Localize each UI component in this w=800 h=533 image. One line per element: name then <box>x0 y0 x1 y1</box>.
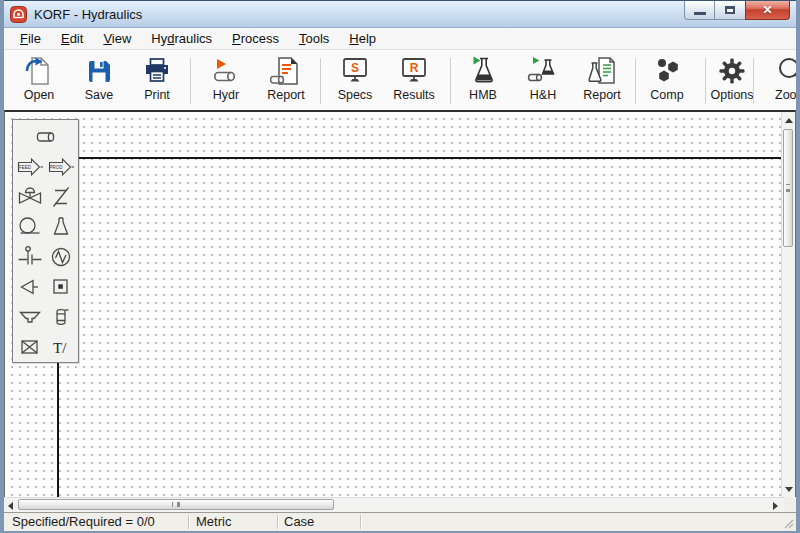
menu-edit[interactable]: Edit <box>51 29 93 48</box>
toolbar-separator <box>320 58 321 104</box>
vertical-scrollbar[interactable] <box>781 112 795 497</box>
hopper-icon <box>16 304 44 330</box>
hmb-button[interactable]: HMB <box>456 55 510 107</box>
save-button[interactable]: Save <box>72 55 126 107</box>
hmb-report-icon <box>586 55 618 87</box>
horizontal-scroll-thumb[interactable] <box>18 499 334 510</box>
page-boundary-vertical <box>57 363 59 497</box>
vessel-icon <box>47 304 75 330</box>
hopper-tool[interactable] <box>15 303 45 331</box>
scroll-right-icon[interactable] <box>773 502 778 510</box>
minimize-button[interactable] <box>684 1 715 20</box>
exchanger-tool[interactable] <box>15 333 45 361</box>
letdown-zigzag-icon <box>47 184 75 210</box>
nozzle-icon <box>16 274 44 300</box>
instrument-meter-icon <box>47 244 75 270</box>
svg-text:FEED: FEED <box>19 164 31 170</box>
maximize-icon <box>725 6 735 14</box>
comp-components-icon <box>651 55 683 87</box>
hydr-button[interactable]: Hydr <box>199 55 253 107</box>
resize-grip-icon[interactable] <box>783 518 795 530</box>
cyclone-icon <box>47 214 75 240</box>
flowsheet-canvas[interactable]: FEED PROD <box>4 110 796 497</box>
specs-monitor-icon: S <box>339 55 371 87</box>
statusbar: Specified/Required = 0/0 Metric Case <box>4 512 796 531</box>
open-icon <box>23 55 55 87</box>
status-case: Case <box>284 513 314 531</box>
scroll-left-icon[interactable] <box>8 502 13 510</box>
vertical-scroll-thumb[interactable] <box>783 129 793 247</box>
toolbar-separator <box>635 58 636 104</box>
hydr-report-button[interactable]: Report <box>257 55 315 107</box>
open-label: Open <box>12 88 66 102</box>
menu-help[interactable]: Help <box>339 29 386 48</box>
gear-icon <box>716 55 748 87</box>
toolbar: Open Save Print <box>4 50 796 110</box>
app-window: KORF - Hydraulics ✕ File Edit View Hydra… <box>0 0 800 533</box>
nozzle-tool[interactable] <box>15 273 45 301</box>
results-label: Results <box>385 88 443 102</box>
hydr-label: Hydr <box>199 88 253 102</box>
control-valve-icon <box>16 184 44 210</box>
block-tool[interactable] <box>46 273 76 301</box>
hh-label: H&H <box>516 88 570 102</box>
control-valve-tool[interactable] <box>15 183 45 211</box>
scroll-up-icon[interactable] <box>785 118 793 123</box>
orifice-icon <box>16 244 44 270</box>
horizontal-scrollbar[interactable] <box>4 497 784 512</box>
text-tool-icon: T/ <box>47 334 75 360</box>
comp-button[interactable]: Comp <box>639 55 695 107</box>
maximize-button[interactable] <box>715 1 745 20</box>
specs-button[interactable]: S Specs <box>328 55 382 107</box>
text-tool[interactable]: T/ <box>46 333 76 361</box>
hydr-report-label: Report <box>257 88 315 102</box>
svg-text:R: R <box>410 61 419 75</box>
status-separator <box>188 515 189 529</box>
menu-file[interactable]: File <box>10 29 51 48</box>
menu-tools[interactable]: Tools <box>289 29 339 48</box>
open-button[interactable]: Open <box>12 55 66 107</box>
hh-button[interactable]: H&H <box>516 55 570 107</box>
svg-text:S: S <box>351 61 359 75</box>
orifice-tool[interactable] <box>15 243 45 271</box>
feed-tool[interactable]: FEED <box>15 153 45 181</box>
menu-view[interactable]: View <box>93 29 141 48</box>
titlebar[interactable]: KORF - Hydraulics ✕ <box>4 0 796 28</box>
vessel-tool[interactable] <box>46 303 76 331</box>
hmb-report-button[interactable]: Report <box>573 55 631 107</box>
crossed-box-icon <box>16 334 44 360</box>
pipe-icon <box>32 124 60 150</box>
menu-process[interactable]: Process <box>222 29 289 48</box>
hh-flask-pipe-icon <box>527 55 559 87</box>
toolbar-separator <box>190 58 191 104</box>
results-monitor-icon: R <box>398 55 430 87</box>
pipe-tool[interactable] <box>31 123 61 151</box>
hmb-flask-icon <box>467 55 499 87</box>
results-button[interactable]: R Results <box>385 55 443 107</box>
print-label: Print <box>130 88 184 102</box>
page-boundary-horizontal <box>79 157 784 159</box>
product-tool[interactable]: PROD <box>46 153 76 181</box>
menu-hydraulics[interactable]: Hydraulics <box>141 29 222 48</box>
hydr-report-icon <box>270 55 302 87</box>
zoom-button[interactable]: Zoom <box>762 55 800 107</box>
zoom-label: Zoom <box>762 88 800 102</box>
cyclone-tool[interactable] <box>46 213 76 241</box>
app-icon <box>10 6 27 23</box>
pump-tool[interactable] <box>15 213 45 241</box>
save-label: Save <box>72 88 126 102</box>
close-icon: ✕ <box>762 3 772 17</box>
letdown-tool[interactable] <box>46 183 76 211</box>
status-specified: Specified/Required = 0/0 <box>12 513 155 531</box>
print-icon <box>141 55 173 87</box>
svg-text:PROD: PROD <box>49 164 62 170</box>
instrument-tool[interactable] <box>46 243 76 271</box>
close-button[interactable]: ✕ <box>745 1 790 20</box>
menubar: File Edit View Hydraulics Process Tools … <box>4 28 796 50</box>
print-button[interactable]: Print <box>130 55 184 107</box>
scroll-down-icon[interactable] <box>785 487 793 492</box>
feed-arrow-icon: FEED <box>16 154 44 180</box>
magnifier-icon <box>775 55 800 87</box>
hmb-report-label: Report <box>573 88 631 102</box>
symbol-palette: FEED PROD <box>12 119 79 363</box>
